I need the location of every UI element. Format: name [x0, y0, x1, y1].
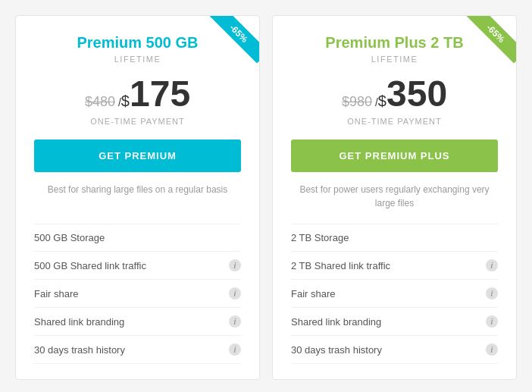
old-price: $980: [342, 94, 372, 110]
info-icon[interactable]: i: [486, 259, 498, 271]
old-price: $480: [85, 94, 115, 110]
currency-sign: $: [121, 93, 130, 110]
features-list: 2 TB Storage 2 TB Shared link traffic i …: [291, 224, 498, 364]
feature-text: 30 days trash history: [291, 344, 486, 356]
feature-item: Shared link branding i: [291, 308, 498, 336]
feature-item: 500 GB Storage: [34, 224, 241, 252]
info-icon[interactable]: i: [486, 315, 498, 328]
feature-text: Shared link branding: [291, 316, 486, 328]
new-price: 350: [386, 76, 447, 112]
currency-sign: $: [378, 93, 386, 110]
payment-label: ONE-TIME PAYMENT: [34, 117, 241, 126]
info-icon[interactable]: i: [229, 315, 241, 328]
new-price: 175: [130, 76, 190, 112]
feature-item: 2 TB Storage: [291, 224, 498, 252]
feature-text: Fair share: [291, 288, 486, 299]
feature-text: 30 days trash history: [34, 344, 229, 356]
info-icon[interactable]: i: [229, 343, 241, 356]
badge-text: -65%: [465, 16, 516, 64]
card-premium: -65% Premium 500 GB LIFETIME $480 / $ 17…: [15, 15, 260, 380]
cta-button[interactable]: GET PREMIUM: [34, 140, 241, 172]
badge-text: -65%: [208, 16, 259, 64]
discount-badge: -65%: [206, 16, 259, 69]
pricing: $480 / $ 175: [34, 76, 241, 112]
feature-item: 30 days trash history i: [34, 336, 241, 364]
feature-text: 2 TB Shared link traffic: [291, 260, 486, 271]
feature-item: 2 TB Shared link traffic i: [291, 252, 498, 280]
info-icon[interactable]: i: [486, 287, 498, 299]
feature-text: Fair share: [34, 288, 229, 299]
info-icon[interactable]: i: [229, 287, 241, 299]
feature-item: Shared link branding i: [34, 308, 241, 336]
info-icon[interactable]: i: [229, 259, 241, 271]
cards-container: -65% Premium 500 GB LIFETIME $480 / $ 17…: [0, 0, 532, 392]
feature-item: Fair share i: [34, 280, 241, 308]
feature-item: 500 GB Shared link traffic i: [34, 252, 241, 280]
feature-item: 30 days trash history i: [291, 336, 498, 364]
feature-text: 500 GB Shared link traffic: [34, 260, 229, 271]
discount-badge: -65%: [463, 16, 516, 69]
feature-item: Fair share i: [291, 280, 498, 308]
feature-text: 2 TB Storage: [291, 232, 498, 243]
card-premium-plus: -65% Premium Plus 2 TB LIFETIME $980 / $…: [272, 15, 517, 380]
feature-text: Shared link branding: [34, 316, 229, 328]
card-description: Best for power users regularly exchangin…: [291, 183, 498, 210]
feature-text: 500 GB Storage: [34, 232, 241, 243]
features-list: 500 GB Storage 500 GB Shared link traffi…: [34, 224, 241, 364]
info-icon[interactable]: i: [486, 343, 498, 356]
cta-button[interactable]: GET PREMIUM PLUS: [291, 140, 498, 172]
card-description: Best for sharing large files on a regula…: [34, 183, 241, 210]
payment-label: ONE-TIME PAYMENT: [291, 117, 498, 126]
pricing: $980 / $ 350: [291, 76, 498, 112]
